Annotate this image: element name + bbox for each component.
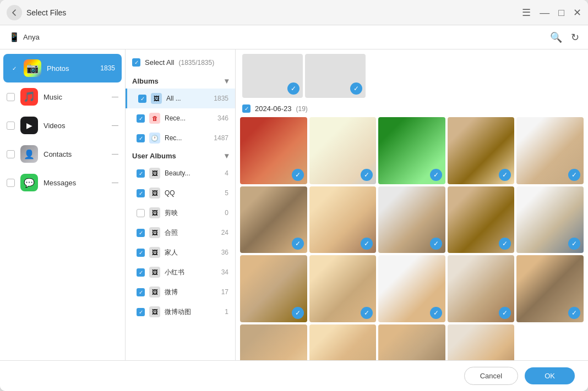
photo-thumb-5[interactable]: ✓ — [516, 117, 584, 184]
date-section-0623: 2024-06-23 (19) ✓ ✓ ✓ ✓ — [240, 102, 584, 360]
album-weibo[interactable]: 🖼 微博 17 — [126, 282, 235, 302]
hezhaо-label: 合照 — [165, 228, 217, 238]
sidebar-item-videos[interactable]: ▶ Videos — — [0, 111, 125, 140]
photo-thumb-sky[interactable]: ✓ — [242, 54, 303, 98]
photo-thumb-16[interactable]: ✓ — [240, 324, 307, 360]
main-content: 📷 Photos 1835 🎵 Music — ▶ Videos — � — [0, 49, 588, 360]
photo-thumb-8[interactable]: ✓ — [378, 186, 445, 254]
photo-thumb-12[interactable]: ✓ — [309, 255, 377, 322]
album-jianying[interactable]: 🖼 剪映 0 — [126, 203, 235, 223]
title-bar-left: Select Files — [7, 5, 522, 20]
photo-thumb-building[interactable]: ✓ — [305, 54, 366, 98]
ok-button[interactable]: OK — [525, 367, 575, 384]
music-icon: 🎵 — [20, 88, 38, 106]
weibo-label: 微博 — [165, 288, 217, 297]
jiaren-checkbox[interactable] — [137, 249, 145, 257]
photo-thumb-3[interactable]: ✓ — [378, 117, 445, 184]
photo-thumb-4[interactable]: ✓ — [448, 117, 515, 184]
device-bar-actions: 🔍 ↻ — [550, 31, 579, 43]
album-item-recently-added[interactable]: 🕐 Rec... 1487 — [126, 128, 235, 148]
recently-added-icon: 🕐 — [149, 133, 160, 144]
messages-label: Messages — [43, 179, 106, 187]
photo-check-2: ✓ — [361, 169, 373, 181]
hezhaо-count: 24 — [221, 229, 228, 236]
title-bar-controls: ☰ — □ ✕ — [522, 8, 581, 18]
sidebar-item-messages[interactable]: 💬 Messages — — [0, 168, 125, 197]
videos-icon: ▶ — [20, 117, 38, 134]
refresh-icon[interactable]: ↻ — [571, 31, 579, 43]
photo-thumb-14[interactable]: ✓ — [448, 255, 515, 322]
photo-grid-0623: ✓ ✓ ✓ ✓ ✓ ✓ — [240, 117, 584, 360]
sidebar-item-music[interactable]: 🎵 Music — — [0, 82, 125, 111]
photo-check-11: ✓ — [292, 307, 304, 319]
contacts-label: Contacts — [43, 150, 106, 158]
photo-thumb-18[interactable]: ✓ — [378, 324, 445, 360]
albums-section-header[interactable]: Albums ▾ — [126, 73, 235, 89]
photo-thumb-2[interactable]: ✓ — [309, 117, 377, 184]
recently-deleted-checkbox[interactable] — [137, 114, 145, 123]
photo-thumb-9[interactable]: ✓ — [448, 186, 515, 254]
album-xiaohongshu[interactable]: 🖼 小红书 34 — [126, 262, 235, 282]
photo-thumb-6[interactable]: ✓ — [240, 186, 307, 254]
photo-thumb-19[interactable]: ✓ — [448, 324, 515, 360]
sidebar-item-contacts[interactable]: 👤 Contacts — — [0, 140, 125, 168]
select-all-label: Select All — [145, 58, 174, 67]
qq-checkbox[interactable] — [137, 189, 145, 197]
album-weibo-gif[interactable]: 🖼 微博动图 1 — [126, 302, 235, 322]
album-item-recently-deleted[interactable]: 🗑 Rece... 346 — [126, 108, 235, 128]
search-icon[interactable]: 🔍 — [550, 31, 562, 43]
recently-added-checkbox[interactable] — [137, 134, 145, 142]
photo-check-14: ✓ — [499, 307, 511, 319]
date-checkbox-0623[interactable] — [242, 104, 251, 113]
restore-icon[interactable]: □ — [558, 8, 564, 18]
user-albums-section-header[interactable]: User Albums ▾ — [126, 148, 235, 163]
photo-thumb-1[interactable]: ✓ — [240, 117, 307, 184]
qq-count: 5 — [225, 189, 228, 197]
photo-panel: ✓ ✓ 2024-06-23 (19) ✓ — [236, 49, 588, 360]
user-albums-chevron: ▾ — [225, 151, 228, 160]
beauty-checkbox[interactable] — [137, 169, 145, 178]
photo-thumb-13[interactable]: ✓ — [378, 255, 445, 322]
beauty-count: 4 — [225, 169, 228, 177]
videos-checkbox[interactable] — [7, 122, 15, 130]
xiaohongshu-checkbox[interactable] — [137, 268, 145, 277]
contacts-count: — — [112, 150, 118, 158]
album-qq[interactable]: 🖼 QQ 5 — [126, 183, 235, 203]
weibo-gif-checkbox[interactable] — [137, 308, 145, 316]
cancel-button[interactable]: Cancel — [464, 367, 518, 385]
select-all-row[interactable]: Select All (1835/1835) — [126, 54, 235, 73]
photo-thumb-7[interactable]: ✓ — [309, 186, 377, 254]
album-hezhaо[interactable]: 🖼 合照 24 — [126, 223, 235, 243]
select-all-checkbox[interactable] — [132, 58, 140, 67]
close-icon[interactable]: ✕ — [573, 8, 581, 18]
messages-checkbox[interactable] — [7, 179, 15, 187]
date-header-0623: 2024-06-23 (19) — [240, 102, 584, 117]
back-button[interactable] — [7, 5, 22, 20]
videos-label: Videos — [43, 122, 106, 130]
album-item-all[interactable]: 🖼 All ... 1835 — [126, 89, 235, 108]
jiaren-icon: 🖼 — [149, 247, 160, 258]
weibo-gif-count: 1 — [225, 308, 228, 316]
album-beauty[interactable]: 🖼 Beauty... 4 — [126, 163, 235, 183]
music-checkbox[interactable] — [7, 93, 15, 101]
weibo-checkbox[interactable] — [137, 288, 145, 296]
jianying-count: 0 — [225, 209, 228, 217]
album-jiaren[interactable]: 🖼 家人 36 — [126, 243, 235, 262]
photo-thumb-10[interactable]: ✓ — [516, 186, 584, 254]
jianying-checkbox[interactable] — [137, 209, 145, 217]
minimize-icon[interactable]: — — [540, 8, 549, 18]
all-album-checkbox[interactable] — [138, 95, 146, 103]
photo-thumb-17[interactable]: ✓ — [309, 324, 377, 360]
photos-checkbox[interactable] — [10, 64, 18, 73]
sidebar-item-photos[interactable]: 📷 Photos 1835 — [3, 54, 122, 82]
photo-thumb-15[interactable]: ✓ — [516, 255, 584, 322]
photo-thumb-11[interactable]: ✓ — [240, 255, 307, 322]
window-title: Select Files — [26, 8, 66, 17]
recently-deleted-count: 346 — [217, 114, 228, 122]
weibo-gif-label: 微博动图 — [165, 307, 220, 317]
photo-check-8: ✓ — [430, 238, 442, 250]
hamburger-icon[interactable]: ☰ — [522, 8, 531, 18]
photo-check-9: ✓ — [499, 238, 511, 250]
contacts-checkbox[interactable] — [7, 150, 15, 158]
hezhaо-checkbox[interactable] — [137, 229, 145, 237]
